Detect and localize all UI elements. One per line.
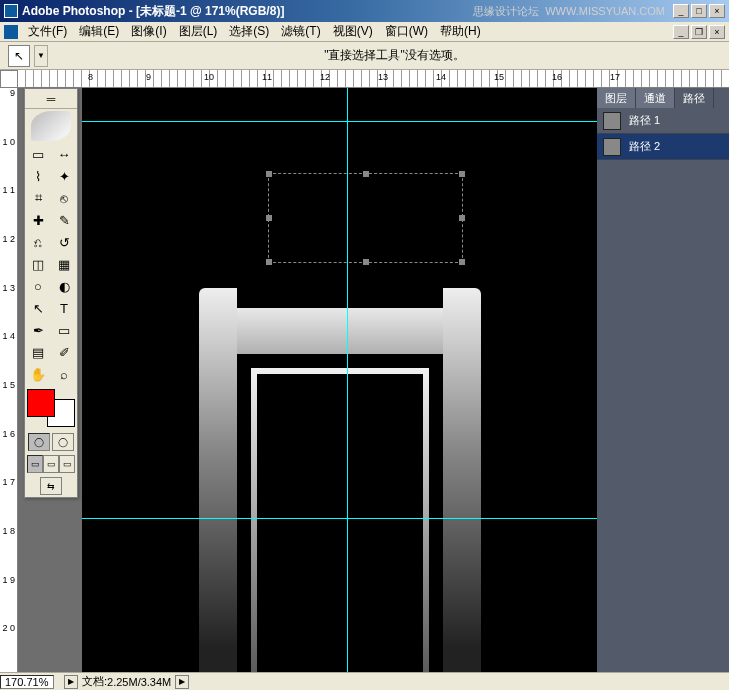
- menu-filter[interactable]: 滤镜(T): [275, 21, 326, 42]
- slice-tool[interactable]: ⎋: [51, 187, 77, 209]
- shape-tool[interactable]: ▭: [51, 319, 77, 341]
- menu-view[interactable]: 视图(V): [327, 21, 379, 42]
- photoshop-logo-icon: [31, 111, 71, 141]
- app-icon: [4, 4, 18, 18]
- menu-select[interactable]: 选择(S): [223, 21, 275, 42]
- eyedropper-tool[interactable]: ✐: [51, 341, 77, 363]
- pen-tool[interactable]: ✒: [25, 319, 51, 341]
- quickmask-mode-button[interactable]: ◯: [52, 433, 74, 451]
- screen-standard-button[interactable]: ▭: [27, 455, 43, 473]
- ruler-tick: 9: [146, 72, 151, 82]
- menu-image[interactable]: 图像(I): [125, 21, 172, 42]
- ruler-tick: 1 5: [0, 380, 17, 429]
- status-arrow-button[interactable]: ▶: [175, 675, 189, 689]
- zoom-tool[interactable]: ⌕: [51, 363, 77, 385]
- hand-tool[interactable]: ✋: [25, 363, 51, 385]
- toolbox-grip[interactable]: ═: [25, 89, 77, 109]
- guide-horizontal[interactable]: [82, 121, 597, 122]
- doc-close-button[interactable]: ×: [709, 25, 725, 39]
- transform-handle[interactable]: [363, 259, 369, 265]
- maximize-button[interactable]: □: [691, 4, 707, 18]
- panel-tabs: 图层 通道 路径: [597, 88, 729, 108]
- panels: 图层 通道 路径 路径 1 路径 2: [597, 88, 729, 672]
- ruler-tick: 15: [494, 72, 504, 82]
- doc-size-value: 2.25M/3.34M: [107, 676, 171, 688]
- menu-file[interactable]: 文件(F): [22, 21, 73, 42]
- ruler-tick: 9: [0, 88, 17, 137]
- minimize-button[interactable]: _: [673, 4, 689, 18]
- menu-layer[interactable]: 图层(L): [173, 21, 224, 42]
- ruler-tick: 1 3: [0, 283, 17, 332]
- doc-minimize-button[interactable]: _: [673, 25, 689, 39]
- ruler-tick: 17: [610, 72, 620, 82]
- eraser-tool[interactable]: ◫: [25, 253, 51, 275]
- screen-full-button[interactable]: ▭: [59, 455, 75, 473]
- doc-icon: [4, 25, 18, 39]
- ruler-horizontal[interactable]: 8 9 10 11 12 13 14 15 16 17: [18, 70, 729, 88]
- titlebar: Adobe Photoshop - [未标题-1 @ 171%(RGB/8)] …: [0, 0, 729, 22]
- tab-channels[interactable]: 通道: [636, 88, 675, 108]
- tab-paths[interactable]: 路径: [675, 88, 714, 108]
- transform-handle[interactable]: [266, 215, 272, 221]
- notes-tool[interactable]: ▤: [25, 341, 51, 363]
- path-select-tool[interactable]: ↖: [25, 297, 51, 319]
- ruler-vertical[interactable]: 9 1 0 1 1 1 2 1 3 1 4 1 5 1 6 1 7 1 8 1 …: [0, 88, 18, 672]
- path-item[interactable]: 路径 2: [597, 134, 729, 160]
- ruler-tick: 13: [378, 72, 388, 82]
- menu-edit[interactable]: 编辑(E): [73, 21, 125, 42]
- dodge-tool[interactable]: ◐: [51, 275, 77, 297]
- transform-handle[interactable]: [266, 171, 272, 177]
- ruler-tick: 12: [320, 72, 330, 82]
- transform-handle[interactable]: [363, 171, 369, 177]
- wand-tool[interactable]: ✦: [51, 165, 77, 187]
- transform-handle[interactable]: [459, 259, 465, 265]
- window-title: Adobe Photoshop - [未标题-1 @ 171%(RGB/8)]: [22, 3, 473, 20]
- options-bar: ↖ ▼ "直接选择工具"没有选项。: [0, 42, 729, 70]
- move-tool[interactable]: ↔: [51, 143, 77, 165]
- ruler-tick: 8: [88, 72, 93, 82]
- transform-handle[interactable]: [459, 215, 465, 221]
- menu-help[interactable]: 帮助(H): [434, 21, 487, 42]
- ruler-tick: 1 7: [0, 477, 17, 526]
- history-brush-tool[interactable]: ↺: [51, 231, 77, 253]
- doc-restore-button[interactable]: ❐: [691, 25, 707, 39]
- transform-handle[interactable]: [459, 171, 465, 177]
- ruler-tick: 1 8: [0, 526, 17, 575]
- transform-bounding-box[interactable]: [268, 173, 463, 263]
- brush-tool[interactable]: ✎: [51, 209, 77, 231]
- color-swatch: [27, 389, 75, 427]
- foreground-color[interactable]: [27, 389, 55, 417]
- status-menu-button[interactable]: ▶: [64, 675, 78, 689]
- marquee-tool[interactable]: ▭: [25, 143, 51, 165]
- options-message: "直接选择工具"没有选项。: [68, 47, 721, 64]
- standard-mode-button[interactable]: ◯: [28, 433, 50, 451]
- ruler-tick: 11: [262, 72, 272, 82]
- blur-tool[interactable]: ○: [25, 275, 51, 297]
- ruler-tick: 1 2: [0, 234, 17, 283]
- tab-layers[interactable]: 图层: [597, 88, 636, 108]
- lasso-tool[interactable]: ⌇: [25, 165, 51, 187]
- gradient-tool[interactable]: ▦: [51, 253, 77, 275]
- jump-to-imageready-button[interactable]: ⇆: [40, 477, 62, 495]
- ruler-tick: 1 6: [0, 429, 17, 478]
- path-item[interactable]: 路径 1: [597, 108, 729, 134]
- canvas-area[interactable]: [18, 88, 597, 672]
- type-tool[interactable]: T: [51, 297, 77, 319]
- menu-window[interactable]: 窗口(W): [379, 21, 434, 42]
- screen-full-menu-button[interactable]: ▭: [43, 455, 59, 473]
- ruler-tick: 1 0: [0, 137, 17, 186]
- current-tool-icon[interactable]: ↖: [8, 45, 30, 67]
- path-label: 路径 1: [629, 113, 660, 128]
- heal-tool[interactable]: ✚: [25, 209, 51, 231]
- zoom-field[interactable]: 170.71%: [0, 675, 54, 689]
- ruler-tick: 2 0: [0, 623, 17, 672]
- guide-horizontal[interactable]: [82, 518, 597, 519]
- close-button[interactable]: ×: [709, 4, 725, 18]
- crop-tool[interactable]: ⌗: [25, 187, 51, 209]
- artwork-shape: [199, 288, 481, 672]
- ruler-origin[interactable]: [0, 70, 18, 88]
- transform-handle[interactable]: [266, 259, 272, 265]
- tool-preset-dropdown[interactable]: ▼: [34, 45, 48, 67]
- stamp-tool[interactable]: ⎌: [25, 231, 51, 253]
- menubar: 文件(F) 编辑(E) 图像(I) 图层(L) 选择(S) 滤镜(T) 视图(V…: [0, 22, 729, 42]
